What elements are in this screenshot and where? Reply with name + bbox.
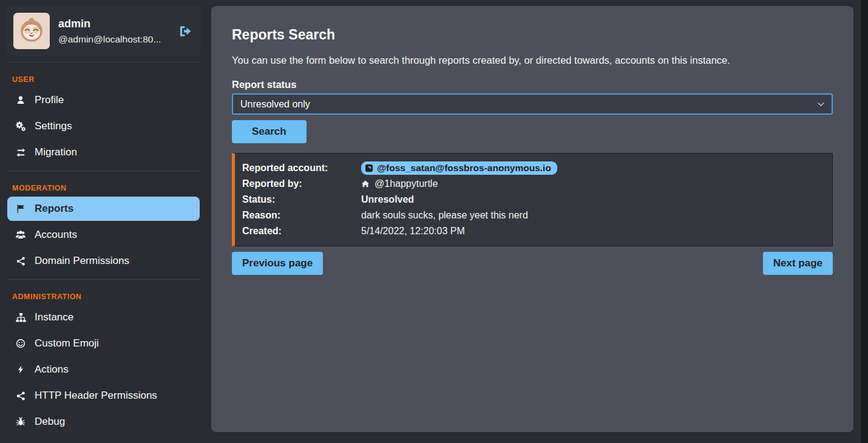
- sidebar-item-label: Debug: [35, 416, 65, 428]
- reason-label: Reason:: [242, 210, 361, 221]
- home-icon: [361, 180, 370, 188]
- reported-account-value: @foss_satan@fossbros-anonymous.io: [377, 163, 551, 174]
- sidebar: admin @admin@localhost:80... USER Profil…: [0, 0, 207, 443]
- status-value: Unresolved: [361, 194, 825, 205]
- sidebar-item-http-header-permissions[interactable]: HTTP Header Permissions: [7, 384, 200, 408]
- bug-icon: [15, 417, 27, 427]
- sidebar-item-reports[interactable]: Reports: [7, 197, 200, 221]
- next-page-button[interactable]: Next page: [763, 252, 833, 275]
- sidebar-item-actions[interactable]: Actions: [7, 357, 200, 382]
- sidebar-item-domain-permissions[interactable]: Domain Permissions: [7, 249, 200, 273]
- report-card[interactable]: Reported account: @foss_satan@fossbros-a…: [232, 153, 833, 246]
- user-handle: @admin@localhost:80...: [58, 34, 169, 45]
- sidebar-item-label: Actions: [35, 364, 69, 376]
- section-header-moderation: MODERATION: [6, 177, 201, 197]
- sidebar-item-custom-emoji[interactable]: Custom Emoji: [7, 331, 200, 356]
- chevron-down-icon: [818, 102, 824, 107]
- page-description: You can use the form below to search thr…: [232, 55, 833, 66]
- reported-by-label: Reported by:: [242, 178, 361, 189]
- report-row: Status: Unresolved: [242, 192, 825, 208]
- users-icon: [15, 229, 27, 240]
- main-panel: Reports Search You can use the form belo…: [211, 6, 853, 432]
- sidebar-item-label: Custom Emoji: [35, 337, 99, 350]
- report-status-selected-value: Unresolved only: [240, 99, 310, 110]
- user-icon: [15, 95, 27, 105]
- section-header-user: USER: [6, 69, 201, 88]
- pagination: Previous page Next page: [232, 252, 833, 275]
- sidebar-item-instance[interactable]: Instance: [7, 305, 200, 330]
- sidebar-item-label: HTTP Header Permissions: [35, 390, 157, 402]
- user-name: admin: [58, 18, 169, 30]
- flag-icon: [15, 204, 27, 214]
- report-row: Reason: dark souls sucks, please yeet th…: [242, 208, 825, 223]
- sidebar-item-label: Instance: [35, 311, 73, 323]
- avatar: [13, 13, 50, 49]
- arrows-left-right-icon: [15, 147, 27, 158]
- scrollbar[interactable]: [861, 0, 868, 443]
- share-nodes-icon: [15, 391, 27, 401]
- reported-account-link[interactable]: @foss_satan@fossbros-anonymous.io: [361, 161, 557, 175]
- sidebar-divider: [7, 171, 200, 171]
- sidebar-item-label: Reports: [35, 203, 73, 215]
- status-label: Status:: [242, 194, 361, 205]
- report-row: Reported account: @foss_satan@fossbros-a…: [242, 160, 825, 176]
- share-nodes-icon: [15, 257, 27, 266]
- page-title: Reports Search: [232, 27, 833, 43]
- sidebar-item-label: Accounts: [35, 229, 77, 241]
- report-row: Reported by: @1happyturtle: [242, 176, 825, 192]
- gears-icon: [15, 121, 27, 132]
- reported-account-label: Reported account:: [242, 163, 361, 174]
- search-button[interactable]: Search: [232, 120, 307, 143]
- sidebar-item-label: Domain Permissions: [35, 255, 129, 267]
- sidebar-item-profile[interactable]: Profile: [7, 88, 200, 112]
- bolt-icon: [15, 365, 27, 374]
- reason-value: dark souls sucks, please yeet this nerd: [361, 210, 825, 221]
- sidebar-item-label: Settings: [35, 120, 72, 132]
- report-status-label: Report status: [232, 79, 833, 90]
- sidebar-item-debug[interactable]: Debug: [7, 410, 200, 434]
- sidebar-item-settings[interactable]: Settings: [7, 114, 200, 138]
- sign-out-icon[interactable]: [177, 23, 194, 39]
- user-card[interactable]: admin @admin@localhost:80...: [6, 6, 201, 56]
- sidebar-divider: [7, 279, 200, 280]
- sidebar-item-label: Migration: [35, 146, 77, 158]
- sitemap-icon: [15, 313, 27, 323]
- report-status-select[interactable]: Unresolved only: [232, 93, 833, 115]
- sidebar-divider: [7, 62, 200, 63]
- report-row: Created: 5/14/2022, 12:20:03 PM: [242, 223, 825, 239]
- user-info: admin @admin@localhost:80...: [58, 18, 169, 45]
- section-header-administration: ADMINISTRATION: [6, 286, 201, 305]
- created-label: Created:: [242, 226, 361, 237]
- sidebar-item-label: Profile: [35, 94, 64, 106]
- previous-page-button[interactable]: Previous page: [232, 252, 323, 275]
- reported-by-value: @1happyturtle: [375, 178, 438, 189]
- external-link-icon: [365, 164, 373, 172]
- sidebar-item-migration[interactable]: Migration: [7, 140, 200, 164]
- smiley-icon: [15, 339, 27, 348]
- sidebar-item-accounts[interactable]: Accounts: [7, 223, 200, 247]
- created-value: 5/14/2022, 12:20:03 PM: [361, 226, 825, 237]
